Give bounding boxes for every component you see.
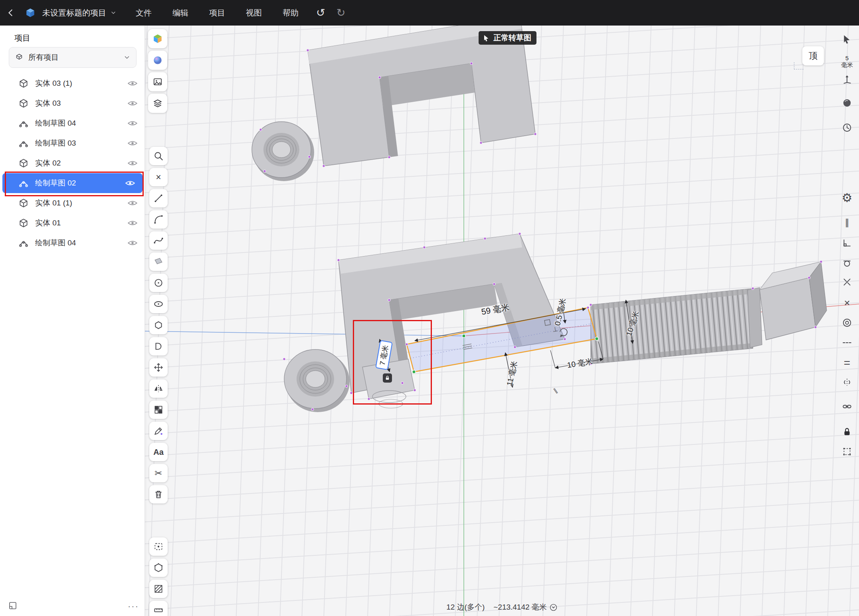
eye-icon[interactable] (125, 179, 135, 187)
layers-button[interactable] (148, 94, 167, 113)
dimension-lock-icon[interactable] (383, 373, 392, 383)
app-window: { "topbar": { "title": "未设置标题的项目", "menu… (0, 0, 859, 616)
snap-tangent-toggle[interactable] (838, 254, 856, 271)
viewport[interactable]: ⊥ ∥ 59 毫米 0.5 毫米 10 毫米 11 毫米 10 毫米 7 毫米 (145, 26, 859, 616)
cube-icon (18, 78, 29, 89)
snap-parallel-toggle[interactable]: ∥ (838, 214, 856, 231)
hatch-view-button[interactable] (149, 580, 168, 598)
slot-tool-button[interactable] (149, 337, 168, 355)
snap-symmetry-toggle[interactable] (838, 373, 856, 391)
eye-icon[interactable] (127, 159, 138, 167)
project-filter-label: 所有项目 (28, 52, 119, 63)
project-title[interactable]: 未设置标题的项目 (42, 8, 117, 18)
sidebar-item-sketch-02-selected[interactable]: 绘制草图 02 (2, 173, 143, 193)
rectangle-tool-button[interactable] (149, 253, 168, 271)
mesh-view-button[interactable] (149, 559, 168, 577)
marquee-icon (842, 446, 852, 457)
orientation-cube-button[interactable] (148, 29, 167, 48)
spline-tool-button[interactable] (149, 231, 168, 250)
snap-lock-toggle[interactable] (838, 423, 856, 440)
rectangle-tool-icon (153, 257, 164, 267)
sidebar: 项目 所有项目 实体 03 (1) 实体 03 绘制草图 04 绘制草图 03 (0, 26, 145, 616)
item-label: 实体 03 (1) (35, 78, 121, 89)
polygon-tool-button[interactable] (149, 316, 168, 334)
section-view-button[interactable] (149, 537, 168, 556)
eye-icon[interactable] (127, 139, 138, 147)
circle-tool-button[interactable] (149, 274, 168, 292)
view-orientation-cube[interactable]: 顶 (802, 46, 824, 65)
undo-button[interactable]: ↺ (316, 6, 325, 19)
snap-remove-toggle[interactable]: × (838, 294, 856, 312)
text-tool-button[interactable]: Aa (149, 443, 168, 461)
redo-button[interactable]: ↻ (336, 6, 346, 19)
measure-button[interactable] (149, 601, 168, 616)
mirror-tool-icon (153, 383, 164, 394)
polygon-tool-icon (153, 320, 164, 330)
appearance-button[interactable] (148, 51, 167, 70)
sidebar-item-solid-01[interactable]: 实体 01 (0, 213, 145, 233)
details-icon[interactable] (549, 603, 558, 612)
item-label: 实体 01 (35, 218, 121, 228)
settings-button[interactable]: ⚙ (838, 189, 856, 206)
arc-tool-button[interactable] (149, 210, 168, 229)
screw-body[interactable] (591, 262, 827, 364)
grid-size-button[interactable]: 5 毫米 (838, 51, 856, 72)
project-filter-dropdown[interactable]: 所有项目 (9, 47, 137, 68)
eye-icon[interactable] (127, 199, 138, 207)
menu-file[interactable]: 文件 (136, 8, 152, 18)
eye-icon[interactable] (127, 79, 138, 87)
mode-tooltip-label: 正常转草图 (493, 33, 531, 43)
menu-view[interactable]: 视图 (246, 8, 262, 18)
nut-lower[interactable] (284, 349, 350, 412)
collapse-panel-button[interactable] (8, 601, 18, 612)
eye-icon[interactable] (127, 99, 138, 107)
import-image-button[interactable] (148, 72, 167, 91)
snap-equal-toggle[interactable]: = (838, 354, 856, 372)
sidebar-item-solid-03-1[interactable]: 实体 03 (1) (0, 73, 145, 93)
line-tool-button[interactable] (149, 189, 168, 207)
delete-tool-button[interactable] (149, 485, 168, 503)
eye-icon[interactable] (127, 239, 138, 247)
eye-icon[interactable] (127, 119, 138, 127)
clamp-body-top[interactable] (308, 26, 535, 166)
snap-link-toggle[interactable] (838, 398, 856, 415)
sidebar-item-sketch-03[interactable]: 绘制草图 03 (0, 133, 145, 153)
sidebar-title: 项目 (14, 33, 30, 43)
app-logo-icon[interactable] (22, 0, 39, 26)
sidebar-item-solid-02[interactable]: 实体 02 (0, 153, 145, 173)
mirror-tool-button[interactable] (149, 379, 168, 398)
menu-help[interactable]: 帮助 (283, 8, 299, 18)
sketch-icon (18, 238, 29, 248)
sidebar-item-solid-01-1[interactable]: 实体 01 (1) (0, 193, 145, 213)
menu-edit[interactable]: 编辑 (172, 8, 188, 18)
line-tool-icon (153, 193, 164, 203)
close-sketch-button[interactable]: × (149, 168, 168, 186)
snap-marquee-toggle[interactable] (838, 443, 856, 460)
fill-tool-button[interactable] (149, 422, 168, 440)
ellipse-tool-button[interactable] (149, 295, 168, 313)
eye-icon[interactable] (127, 219, 138, 227)
snap-midpoint-toggle[interactable] (838, 334, 856, 351)
clock-icon (842, 122, 852, 133)
trim-tool-button[interactable]: ✂ (149, 464, 168, 482)
more-options-button[interactable]: ··· (128, 601, 139, 612)
translate-tool-button[interactable] (149, 358, 168, 377)
back-arrow-icon (6, 8, 15, 17)
sidebar-item-sketch-04[interactable]: 绘制草图 04 (0, 113, 145, 133)
tangent-icon (842, 257, 852, 268)
sidebar-item-solid-03[interactable]: 实体 03 (0, 93, 145, 113)
back-button[interactable] (0, 0, 22, 26)
grid-size-unit: 毫米 (841, 61, 853, 68)
shading-toggle-button[interactable] (838, 94, 856, 112)
pointer-tool-button[interactable] (838, 30, 856, 48)
snap-perpendicular-toggle[interactable] (838, 234, 856, 251)
snap-concentric-toggle[interactable] (838, 314, 856, 332)
snap-intersection-toggle[interactable] (838, 273, 856, 291)
menu-project[interactable]: 项目 (209, 8, 225, 18)
pattern-tool-button[interactable] (149, 401, 168, 419)
axes-toggle-button[interactable] (838, 70, 856, 88)
sidebar-item-sketch-04b[interactable]: 绘制草图 04 (0, 233, 145, 253)
model-viewport[interactable]: ⊥ ∥ (145, 26, 859, 616)
search-button[interactable] (149, 147, 168, 165)
history-button[interactable] (838, 119, 856, 136)
